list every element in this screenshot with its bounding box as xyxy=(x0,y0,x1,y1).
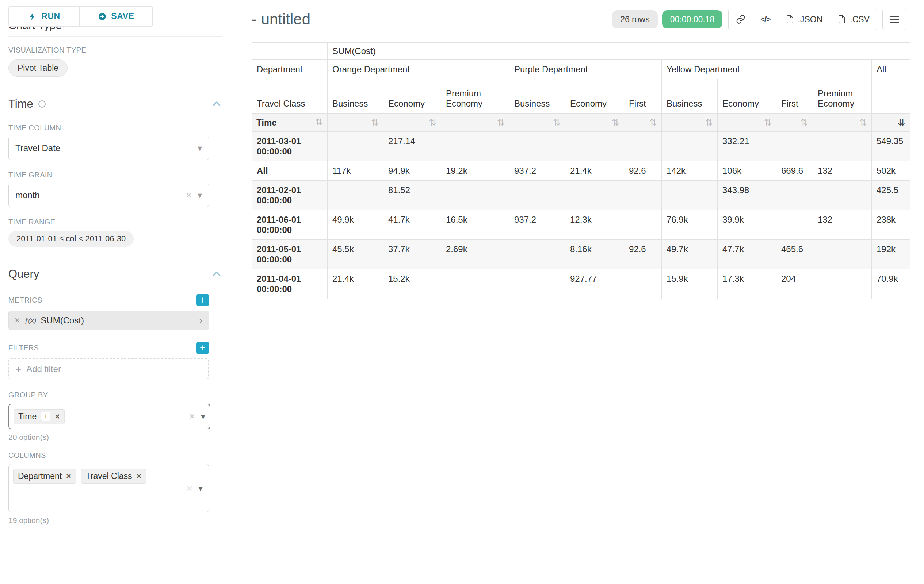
sort-icon[interactable]: ⇅ xyxy=(497,118,505,127)
sort-icon[interactable]: ⇅ xyxy=(764,118,772,127)
more-options-button[interactable] xyxy=(882,9,906,30)
pivot-cell: 238k xyxy=(872,210,910,240)
caret-down-icon: ▾ xyxy=(198,191,202,200)
travel-class-header: Business xyxy=(510,79,565,114)
clear-icon[interactable]: × xyxy=(189,411,195,421)
metrics-label: METRICS xyxy=(8,296,42,304)
pivot-cell: 132 xyxy=(813,161,872,181)
collapse-chevron-up-icon[interactable] xyxy=(211,99,222,110)
sort-icon[interactable]: ⇅ xyxy=(553,118,561,127)
pivot-cell xyxy=(776,132,813,161)
department-group-header: Orange Department xyxy=(328,60,510,79)
time-column-label: TIME COLUMN xyxy=(8,124,222,132)
collapse-chevron-up-icon[interactable] xyxy=(211,269,222,280)
pivot-row-header: 2011-03-01 00:00:00 xyxy=(252,132,328,161)
pivot-cell: 549.35 xyxy=(872,132,910,161)
remove-tag-icon[interactable]: × xyxy=(66,472,71,480)
chevron-right-icon: › xyxy=(199,314,203,327)
add-filter-button[interactable]: + Add filter xyxy=(8,359,209,379)
clear-icon[interactable]: × xyxy=(186,483,193,494)
columns-tag-department[interactable]: Department × xyxy=(13,469,76,484)
metric-name: SUM(Cost) xyxy=(41,315,194,326)
remove-metric-icon[interactable]: × xyxy=(15,316,20,325)
travel-class-header: First xyxy=(624,79,662,114)
visualization-type-pill[interactable]: Pivot Table xyxy=(8,59,68,77)
info-icon[interactable]: i xyxy=(41,412,50,421)
pivot-cell: 16.5k xyxy=(441,210,510,240)
sort-icon[interactable]: ⇅ xyxy=(860,118,867,127)
pivot-cell: 425.5 xyxy=(872,181,910,210)
pivot-cell: 927.77 xyxy=(565,269,624,299)
pivot-row-header: 2011-02-01 00:00:00 xyxy=(252,181,328,210)
info-icon[interactable] xyxy=(38,100,46,109)
file-icon xyxy=(837,15,846,24)
chart-header: - untitled 26 rows 00:00:00.18 </> .JSON xyxy=(252,9,924,30)
group-by-select[interactable]: Time i × × ▾ xyxy=(8,404,210,429)
time-range-value: 2011-01-01 ≤ col < 2011-06-30 xyxy=(16,234,125,243)
sort-icon[interactable]: ⇅ xyxy=(612,118,619,127)
metric-chip[interactable]: × ƒ(x) SUM(Cost) › xyxy=(8,311,209,330)
plus-icon: + xyxy=(200,343,206,353)
embed-code-button[interactable]: </> xyxy=(753,9,777,30)
travel-class-header: Economy xyxy=(383,79,441,114)
group-by-label: GROUP BY xyxy=(8,391,222,399)
pivot-cell: 70.9k xyxy=(872,269,910,299)
pivot-cell xyxy=(510,269,565,299)
travel-class-header xyxy=(872,79,910,114)
pivot-cell: 217.14 xyxy=(383,132,441,161)
pivot-row: 2011-04-01 00:00:0021.4k15.2k927.7715.9k… xyxy=(252,269,910,299)
filters-label-row: FILTERS + xyxy=(8,342,209,354)
chart-header-controls: 26 rows 00:00:00.18 </> .JSON . xyxy=(612,9,906,30)
pivot-cell xyxy=(624,132,662,161)
pivot-row: 2011-06-01 00:00:0049.9k41.7k16.5k937.21… xyxy=(252,210,910,240)
department-dim-header: Department xyxy=(252,60,328,79)
run-button[interactable]: RUN xyxy=(8,6,80,26)
pivot-cell xyxy=(624,181,662,210)
time-grain-select[interactable]: month × ▾ xyxy=(8,184,209,207)
department-group-header: Yellow Department xyxy=(662,60,872,79)
run-button-label: RUN xyxy=(41,12,60,21)
columns-label: COLUMNS xyxy=(8,451,222,459)
sort-icon[interactable]: ⇅ xyxy=(705,118,713,127)
time-section-header: Time xyxy=(8,97,222,110)
travel-class-header-row: Travel ClassBusinessEconomyPremium Econo… xyxy=(252,79,910,114)
pivot-cell xyxy=(565,181,624,210)
sort-icon[interactable]: ⇅ xyxy=(800,118,808,127)
time-range-pill[interactable]: 2011-01-01 ≤ col < 2011-06-30 xyxy=(8,231,134,247)
group-by-tag-time[interactable]: Time i × xyxy=(13,409,64,424)
sort-icon[interactable]: ⇅ xyxy=(649,118,657,127)
time-column-select[interactable]: Travel Date ▾ xyxy=(8,137,209,160)
sort-icon[interactable]: ⇊ xyxy=(898,118,905,127)
pivot-cell: 92.6 xyxy=(624,240,662,269)
remove-tag-icon[interactable]: × xyxy=(137,472,141,480)
pivot-cell: 21.4k xyxy=(328,269,383,299)
copy-link-button[interactable] xyxy=(729,9,753,30)
travel-class-header: Premium Economy xyxy=(441,79,510,114)
export-csv-button[interactable]: .CSV xyxy=(830,9,877,30)
clear-icon[interactable]: × xyxy=(186,190,192,201)
pivot-cell xyxy=(510,181,565,210)
sort-icon[interactable]: ⇅ xyxy=(371,118,379,127)
pivot-cell: 81.52 xyxy=(383,181,441,210)
pivot-cell: 12.3k xyxy=(565,210,624,240)
add-metric-button[interactable]: + xyxy=(196,294,209,306)
sort-icon[interactable]: ⇅ xyxy=(315,118,323,127)
department-header-row: DepartmentOrange DepartmentPurple Depart… xyxy=(252,60,910,79)
plus-icon: + xyxy=(16,364,21,374)
pivot-cell xyxy=(813,132,872,161)
save-button[interactable]: SAVE xyxy=(80,6,153,26)
tag-label: Time xyxy=(18,412,36,421)
caret-down-icon: ▾ xyxy=(201,412,205,421)
sort-icon[interactable]: ⇅ xyxy=(429,118,436,127)
file-icon xyxy=(785,15,794,24)
pivot-cell: 142k xyxy=(662,161,718,181)
query-section-title: Query xyxy=(8,268,39,281)
columns-select[interactable]: Department × Travel Class × × ▾ xyxy=(8,464,209,512)
remove-tag-icon[interactable]: × xyxy=(55,413,59,421)
pivot-cell: 192k xyxy=(872,240,910,269)
export-json-button[interactable]: .JSON xyxy=(778,9,830,30)
metric-header-row: SUM(Cost) xyxy=(252,43,910,60)
add-filter-plus-button[interactable]: + xyxy=(196,342,209,354)
columns-tag-travel-class[interactable]: Travel Class × xyxy=(81,469,146,484)
pivot-cell: 47.7k xyxy=(718,240,776,269)
